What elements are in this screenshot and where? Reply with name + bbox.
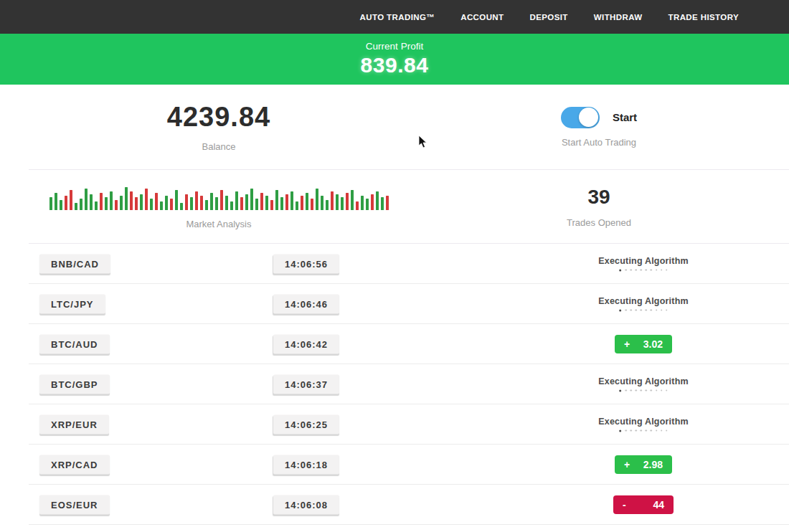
table-row: BNB/CAD 14:06:56 Executing Algorithm [29,244,789,284]
balance-block: 4239.84 Balance [29,85,409,169]
time-chip: 14:06:42 [273,334,339,353]
status-cell: +3.02 [615,335,672,353]
executing-algorithm-label: Executing Algorithm [598,296,689,306]
auto-trading-toggle[interactable] [561,107,600,128]
red-candle-icon [100,193,103,210]
table-row: BTC/AUD 14:06:42 +3.02 [29,324,789,364]
red-candle-icon [260,193,263,210]
pair-chip[interactable]: XRP/EUR [39,414,109,434]
red-candle-icon [220,190,223,210]
profit-badge: +2.98 [615,455,672,474]
red-candle-icon [155,193,158,210]
candlestick-chart [49,184,389,210]
executing-algorithm-label: Executing Algorithm [598,256,689,266]
executing-algorithm-label: Executing Algorithm [598,376,689,386]
green-candle-icon [326,200,329,210]
green-candle-icon [296,201,298,210]
time-chip: 14:06:56 [273,254,339,273]
red-candle-icon [195,191,198,210]
green-candle-icon [265,196,268,210]
green-candle-icon [230,201,233,210]
green-candle-icon [160,201,163,210]
trades-opened-value: 39 [587,186,610,209]
green-candle-icon [205,200,208,210]
green-candle-icon [190,197,193,210]
badge-sign: + [624,338,630,350]
red-candle-icon [371,194,374,210]
green-candle-icon [336,194,339,210]
pair-chip[interactable]: EOS/EUR [39,495,110,514]
green-candle-icon [60,200,62,210]
green-candle-icon [245,194,248,210]
loss-badge: -44 [613,495,674,514]
red-candle-icon [270,200,273,210]
status-cell: Executing Algorithm [598,417,689,432]
green-candle-icon [316,189,318,210]
red-candle-icon [331,191,334,210]
nav-item-deposit[interactable]: DEPOSIT [530,13,568,22]
green-candle-icon [165,196,168,210]
pair-chip[interactable]: BTC/AUD [39,334,110,353]
top-navigation: AUTO TRADING™ACCOUNTDEPOSITWITHDRAWTRADE… [0,0,789,34]
red-candle-icon [346,193,349,210]
status-cell: Executing Algorithm [598,256,689,271]
badge-amount: 44 [653,499,664,510]
green-candle-icon [290,191,293,210]
profit-badge: +3.02 [615,335,672,353]
green-candle-icon [321,196,323,210]
pair-chip[interactable]: BTC/GBP [39,374,110,394]
green-candle-icon [275,190,278,210]
green-candle-icon [140,194,143,210]
time-chip: 14:06:37 [273,374,339,394]
green-candle-icon [175,190,178,210]
trades-opened-block: 39 Trades Opened [409,170,789,243]
nav-item-auto-trading[interactable]: AUTO TRADING™ [360,13,435,22]
nav-items: AUTO TRADING™ACCOUNTDEPOSITWITHDRAWTRADE… [360,13,739,22]
green-candle-icon [255,199,258,210]
auto-trading-label: Start Auto Trading [562,137,636,148]
green-candle-icon [125,187,128,210]
green-candle-icon [180,203,183,210]
progress-dots-icon [619,309,667,311]
table-row: LTC/JPY 14:06:46 Executing Algorithm [29,284,789,324]
green-candle-icon [351,190,354,210]
red-candle-icon [145,189,148,210]
nav-item-trade-history[interactable]: TRADE HISTORY [668,13,740,22]
trades-opened-label: Trades Opened [567,217,631,228]
time-chip: 14:06:25 [273,414,339,434]
red-candle-icon [356,201,359,210]
nav-item-account[interactable]: ACCOUNT [460,13,504,22]
market-analysis-block: Market Analysis [29,170,409,243]
pair-chip[interactable]: BNB/CAD [39,254,110,273]
current-profit-label: Current Profit [366,41,423,52]
red-candle-icon [65,196,67,210]
table-row: BTC/GBP 14:06:37 Executing Algorithm [29,364,789,404]
pair-chip[interactable]: LTC/JPY [39,294,105,313]
badge-sign: + [624,459,630,470]
green-candle-icon [376,191,379,210]
current-profit-banner: Current Profit 839.84 [0,34,789,85]
status-cell: -44 [613,495,674,514]
auto-trading-app: AUTO TRADING™ACCOUNTDEPOSITWITHDRAWTRADE… [0,0,789,532]
progress-dots-icon [619,389,667,391]
badge-amount: 3.02 [643,338,663,350]
badge-amount: 2.98 [643,459,663,470]
red-candle-icon [70,190,72,210]
green-candle-icon [49,197,52,210]
red-candle-icon [386,196,389,210]
green-candle-icon [225,196,228,210]
red-candle-icon [135,197,138,210]
green-candle-icon [90,194,93,210]
nav-item-withdraw[interactable]: WITHDRAW [594,13,643,22]
red-candle-icon [311,199,313,210]
red-candle-icon [170,199,173,210]
red-candle-icon [130,191,133,210]
pair-chip[interactable]: XRP/CAD [39,455,110,474]
red-candle-icon [301,196,303,210]
green-candle-icon [75,203,77,210]
executing-algorithm-label: Executing Algorithm [598,417,689,427]
table-row: XRP/EUR 14:06:25 Executing Algorithm [29,404,789,445]
auto-trading-block: Start Start Auto Trading [409,85,789,169]
current-profit-value: 839.84 [361,53,429,77]
balance-label: Balance [202,141,236,152]
